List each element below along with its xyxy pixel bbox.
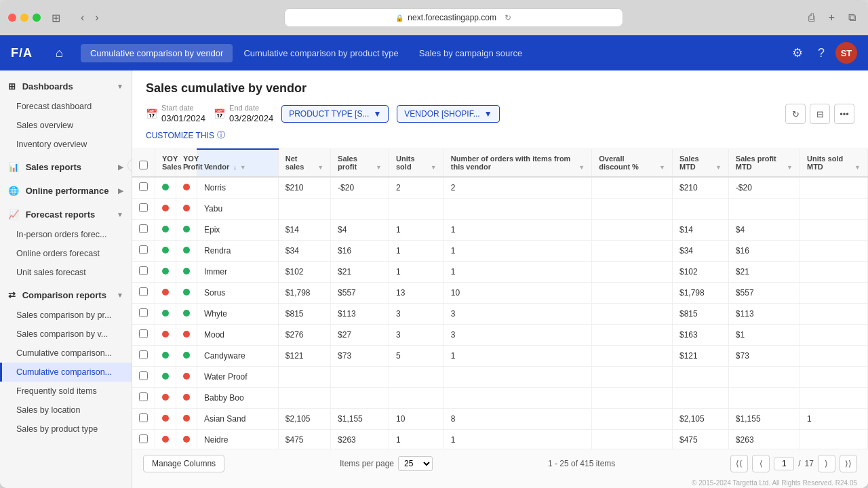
- tab-cumulative-product-type[interactable]: Cumulative comparison by product type: [234, 44, 408, 62]
- yoy-sales-dot: [162, 289, 169, 296]
- th-checkbox[interactable]: [132, 149, 155, 177]
- end-cal-icon[interactable]: 📅: [214, 108, 225, 119]
- settings-btn[interactable]: ⚙: [788, 43, 807, 63]
- maximize-dot[interactable]: [33, 14, 41, 22]
- extensions-btn[interactable]: ⧉: [844, 9, 860, 26]
- sidebar-item-unit-sales-forecast[interactable]: Unit sales forecast: [0, 263, 132, 282]
- table-row: Yabu: [132, 199, 868, 220]
- export-btn[interactable]: ⊟: [810, 104, 830, 124]
- sidebar-item-sales-overview[interactable]: Sales overview: [0, 116, 132, 135]
- sidebar-item-sales-by-product-type[interactable]: Sales by product type: [0, 420, 132, 439]
- next-page-btn[interactable]: ⟩: [818, 455, 835, 472]
- th-num-orders[interactable]: Number of orders with items from this ve…: [443, 149, 591, 177]
- last-page-btn[interactable]: ⟩⟩: [840, 455, 857, 472]
- row-vendor[interactable]: Asian Sand: [197, 409, 279, 430]
- th-net-sales[interactable]: Net sales▼: [278, 149, 330, 177]
- share-btn[interactable]: ⎙: [804, 9, 819, 26]
- row-vendor[interactable]: Neidre: [197, 430, 279, 449]
- th-units-sold-mtd[interactable]: Units sold MTD▼: [800, 149, 867, 177]
- product-type-filter-btn[interactable]: PRODUCT TYPE [S... ▼: [281, 105, 389, 123]
- sidebar-item-sales-comparison-pr[interactable]: Sales comparison by pr...: [0, 306, 132, 325]
- address-bar[interactable]: 🔒 next.forecastingapp.com ↻: [284, 8, 623, 27]
- row-vendor[interactable]: Immer: [197, 262, 279, 283]
- new-tab-btn[interactable]: +: [825, 9, 839, 26]
- manage-columns-btn[interactable]: Manage Columns: [143, 455, 224, 472]
- sidebar-item-frequently-sold[interactable]: Frequently sold items: [0, 382, 132, 401]
- row-checkbox[interactable]: [139, 182, 148, 191]
- page-number-input[interactable]: [774, 457, 794, 470]
- th-units-sold[interactable]: Units sold▼: [389, 149, 444, 177]
- row-vendor[interactable]: Rendra: [197, 241, 279, 262]
- help-btn[interactable]: ?: [814, 43, 829, 63]
- back-btn[interactable]: ‹: [77, 9, 88, 26]
- tab-cumulative-vendor[interactable]: Cumulative comparison by vendor: [81, 44, 233, 62]
- row-checkbox[interactable]: [139, 350, 148, 359]
- start-cal-icon[interactable]: 📅: [146, 108, 157, 119]
- row-num-orders: 1: [443, 346, 591, 367]
- sidebar-section-header-sales-reports[interactable]: 📊 Sales reports ▶: [0, 157, 132, 178]
- row-units-sold: 1: [389, 220, 444, 241]
- table-row: Water Proof: [132, 367, 868, 388]
- reload-btn[interactable]: ↻: [505, 13, 511, 22]
- tab-sales-campaign[interactable]: Sales by campaign source: [410, 44, 532, 62]
- row-checkbox[interactable]: [139, 371, 148, 380]
- th-sales-profit[interactable]: Sales profit▼: [331, 149, 389, 177]
- th-vendor[interactable]: Vendor ↓ ▼: [197, 149, 279, 177]
- start-date-value[interactable]: 03/01/2024: [161, 113, 205, 123]
- row-checkbox[interactable]: [139, 413, 148, 422]
- th-overall-discount[interactable]: Overall discount %▼: [592, 149, 673, 177]
- row-checkbox[interactable]: [139, 245, 148, 254]
- sidebar-item-sales-comparison-v[interactable]: Sales comparison by v...: [0, 325, 132, 344]
- row-checkbox[interactable]: [139, 329, 148, 338]
- end-date-value[interactable]: 03/28/2024: [229, 113, 273, 123]
- row-vendor[interactable]: Norris: [197, 177, 279, 199]
- num-orders-label: Number of orders with items from this ve…: [451, 155, 576, 171]
- row-checkbox[interactable]: [139, 308, 148, 317]
- table-row: Babby Boo: [132, 388, 868, 409]
- sidebar-item-cumulative-comparison-2[interactable]: Cumulative comparison...: [0, 363, 132, 382]
- more-options-btn[interactable]: •••: [834, 104, 854, 124]
- row-vendor[interactable]: Epix: [197, 220, 279, 241]
- row-checkbox[interactable]: [139, 287, 148, 296]
- home-btn[interactable]: ⌂: [49, 42, 70, 64]
- close-dot[interactable]: [8, 14, 16, 22]
- vendor-filter-btn[interactable]: VENDOR [SHOPIF... ▼: [397, 105, 499, 123]
- customize-link[interactable]: CUSTOMIZE THIS ⓘ: [146, 129, 854, 141]
- sidebar-item-sales-by-location[interactable]: Sales by location: [0, 401, 132, 420]
- sidebar-item-inventory-overview[interactable]: Inventory overview: [0, 135, 132, 154]
- select-all-checkbox[interactable]: [139, 161, 148, 169]
- sidebar-section-header-forecast-reports[interactable]: 📈 Forecast reports ▼: [0, 204, 132, 225]
- row-vendor[interactable]: Babby Boo: [197, 388, 279, 409]
- sidebar-item-cumulative-comparison-1[interactable]: Cumulative comparison...: [0, 344, 132, 363]
- minimize-dot[interactable]: [20, 14, 28, 22]
- forward-btn[interactable]: ›: [91, 9, 102, 26]
- row-checkbox[interactable]: [139, 224, 148, 233]
- sidebar-toggle-btn[interactable]: ⊞: [46, 9, 66, 27]
- sidebar-item-in-person-forecast[interactable]: In-person orders forec...: [0, 225, 132, 244]
- sidebar-section-header-dashboards[interactable]: ⊞ Dashboards ▼: [0, 76, 132, 97]
- row-vendor[interactable]: Whyte: [197, 304, 279, 325]
- row-sales-mtd: $475: [672, 430, 728, 449]
- th-sales-profit-mtd[interactable]: Sales profit MTD▼: [728, 149, 800, 177]
- refresh-btn[interactable]: ↻: [785, 104, 806, 124]
- sidebar-section-header-online-performance[interactable]: 🌐 Online performance ▶: [0, 180, 132, 201]
- row-vendor[interactable]: Candyware: [197, 346, 279, 367]
- sidebar-item-forecast-dashboard[interactable]: Forecast dashboard: [0, 97, 132, 116]
- row-checkbox[interactable]: [139, 434, 148, 443]
- items-per-page-select[interactable]: 25 50 100: [398, 456, 433, 471]
- row-checkbox[interactable]: [139, 266, 148, 275]
- th-yoy-sales[interactable]: YOY Sales▼: [155, 149, 176, 177]
- prev-page-btn[interactable]: ⟨: [752, 455, 770, 472]
- sidebar-section-header-comparison-reports[interactable]: ⇄ Comparison reports ▼: [0, 285, 132, 306]
- table-header-row: YOY Sales▼ YOY Profit▼ Vendor ↓ ▼: [132, 149, 868, 177]
- row-vendor[interactable]: Mood: [197, 325, 279, 346]
- row-vendor[interactable]: Water Proof: [197, 367, 279, 388]
- user-avatar[interactable]: ST: [835, 42, 857, 64]
- row-vendor[interactable]: Yabu: [197, 199, 279, 220]
- sidebar-item-online-orders-forecast[interactable]: Online orders forecast: [0, 244, 132, 263]
- row-checkbox[interactable]: [139, 392, 148, 401]
- row-checkbox[interactable]: [139, 203, 148, 212]
- first-page-btn[interactable]: ⟨⟨: [730, 455, 748, 472]
- row-vendor[interactable]: Sorus: [197, 283, 279, 304]
- th-sales-mtd[interactable]: Sales MTD▼: [672, 149, 728, 177]
